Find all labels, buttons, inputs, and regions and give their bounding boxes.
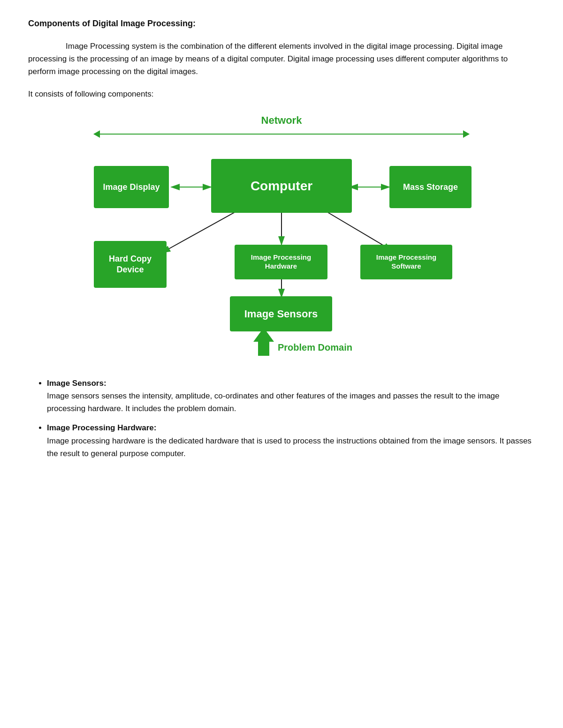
intro-paragraph: Image Processing system is the combinati…	[28, 40, 535, 78]
box-image-display: Image Display	[94, 166, 169, 208]
problem-domain-arrow	[253, 328, 274, 356]
box-computer: Computer	[211, 159, 352, 213]
box-image-processing-hardware: Image Processing Hardware	[235, 245, 327, 279]
network-label: Network	[261, 114, 302, 127]
box-hard-copy-device: Hard Copy Device	[94, 241, 167, 288]
bullet-title-hardware: Image Processing Hardware:	[47, 423, 156, 432]
box-mass-storage: Mass Storage	[389, 166, 472, 208]
svg-line-4	[162, 206, 246, 253]
box-image-processing-software: Image Processing Software	[360, 245, 452, 279]
components-label: It consists of following components:	[28, 88, 535, 100]
list-item-sensors: Image Sensors: Image sensors senses the …	[47, 377, 535, 415]
diagram: Network	[80, 114, 483, 358]
network-arrow	[94, 129, 469, 139]
bullet-title-sensors: Image Sensors:	[47, 379, 107, 388]
list-item-hardware: Image Processing Hardware: Image process…	[47, 421, 535, 460]
problem-domain-label: Problem Domain	[278, 342, 352, 353]
problem-domain-area: Problem Domain	[253, 328, 352, 356]
bullet-list: Image Sensors: Image sensors senses the …	[28, 377, 535, 460]
page-title: Components of Digital Image Processing:	[28, 19, 535, 29]
network-line	[94, 134, 469, 135]
box-image-sensors: Image Sensors	[230, 296, 332, 331]
bullet-text-hardware: Image processing hardware is the dedicat…	[47, 436, 532, 458]
bullet-text-sensors: Image sensors senses the intensity, ampl…	[47, 391, 500, 413]
